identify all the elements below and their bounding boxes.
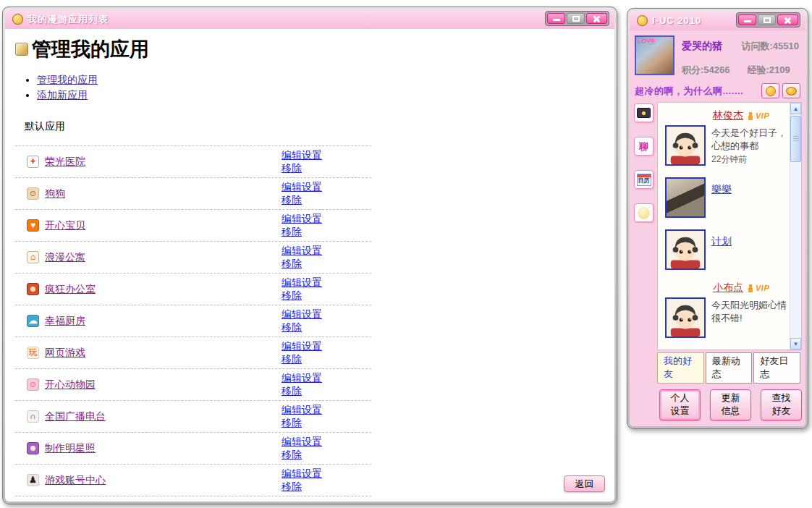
page-heading: 管理我的应用 [15,36,604,62]
maximize-button[interactable] [758,14,776,25]
back-button[interactable]: 返回 [564,475,605,492]
close-button[interactable] [586,13,607,24]
edit-settings-link[interactable]: 编辑设置 [282,180,322,193]
messenger-title: I-UC 2010 [652,15,701,26]
cartoon-face [667,127,704,164]
chat-icon: 聊 [639,142,648,151]
screen-icon-button[interactable] [634,103,654,122]
bottom-buttons: 个人设置更新信息查找好友 [659,389,802,420]
happy-baby-icon: ♥ [27,219,39,232]
chat-icon-button[interactable]: 聊 [634,137,654,156]
app-name-link[interactable]: 开心宝贝 [45,219,85,232]
edit-settings-link[interactable]: 编辑设置 [282,403,322,416]
button-更新信息[interactable]: 更新信息 [710,389,751,420]
edit-settings-link[interactable]: 编辑设置 [282,244,322,257]
edit-settings-link[interactable]: 编辑设置 [282,212,322,225]
chick-button[interactable] [761,83,779,98]
house-icon: ⌂ [27,251,39,263]
remove-link[interactable]: 移除 [282,257,322,270]
app-name-link[interactable]: 荣光医院 [45,156,85,169]
window-controls [545,11,609,26]
coin-button[interactable] [782,83,800,98]
sidebar-icon-column: 聊日历 [633,102,657,350]
friend-avatar[interactable] [665,229,706,270]
scroll-up-button[interactable]: ▲ [790,103,801,114]
app-row: ♟ 游戏账号中心 编辑设置 移除 [15,464,371,496]
add-app-link[interactable]: 添加新应用 [37,89,88,101]
tab-我的好友[interactable]: 我的好友 [657,352,704,384]
chick-small-icon [638,207,650,219]
minimize-icon [744,20,751,22]
remove-link[interactable]: 移除 [282,480,322,493]
friend-name-link[interactable]: 计划 [711,235,732,248]
button-个人设置[interactable]: 个人设置 [659,389,701,420]
scrollbar[interactable]: ▲ ▼ [790,103,801,350]
close-button[interactable] [777,14,798,25]
app-window-content: 管理我的应用 管理我的应用 添加新应用 默认应用 + 荣光医院 编辑设置 移除 … [5,29,614,501]
friend-name-link[interactable]: 小布点 [713,281,743,295]
kitchen-icon: ☁ [27,315,39,327]
remove-link[interactable]: 移除 [282,384,322,397]
app-name-link[interactable]: 开心动物园 [45,378,96,391]
vip-badge: VIP [747,284,769,292]
app-name-link[interactable]: 制作明星照 [45,442,96,455]
chick-small-icon-button[interactable] [634,203,654,222]
vip-person-icon [747,112,754,120]
profile-section: LOVE 爱哭的猪 访问数:45510 积分:54266 经验:2109 [635,35,800,77]
minimize-button[interactable] [738,14,756,25]
edit-settings-link[interactable]: 编辑设置 [282,371,322,384]
remove-link[interactable]: 移除 [282,193,322,206]
remove-link[interactable]: 移除 [282,289,322,302]
edit-settings-link[interactable]: 编辑设置 [282,467,322,480]
friend-avatar[interactable] [665,125,706,166]
scroll-thumb[interactable] [790,116,801,162]
tab-最新动态[interactable]: 最新动态 [706,352,753,384]
remove-link[interactable]: 移除 [282,161,322,174]
minimize-button[interactable] [547,13,565,24]
visits-stat: 访问数:45510 [742,40,800,53]
friend-name-link[interactable]: 樂樂 [711,183,732,196]
app-name-link[interactable]: 全国广播电台 [45,410,106,423]
friend-avatar[interactable] [665,297,706,338]
friend-entry: 林俊杰 VIP [658,103,789,171]
messenger-window: I-UC 2010 LOVE 爱哭的猪 访问数:45510 积分:54 [627,8,808,429]
chick-icon [637,15,648,26]
app-name-link[interactable]: 游戏账号中心 [45,474,106,487]
profile-info: 爱哭的猪 访问数:45510 积分:54266 经验:2109 [674,35,800,77]
scroll-down-button[interactable]: ▼ [790,338,801,350]
calendar-icon-button[interactable]: 日历 [634,170,654,189]
package-icon [15,43,28,56]
app-name-link[interactable]: 疯狂办公室 [45,283,96,296]
remove-link[interactable]: 移除 [282,416,322,429]
app-window-titlebar: 我的漫游应用列表 [5,9,614,29]
friend-avatar[interactable] [665,177,706,218]
app-row: 玩 网页游戏 编辑设置 移除 [15,336,371,368]
friend-avatar[interactable] [665,350,706,350]
maximize-button[interactable] [567,13,585,24]
profile-avatar[interactable]: LOVE [635,35,674,75]
app-row: ⌂ 浪漫公寓 编辑设置 移除 [15,241,371,273]
edit-settings-link[interactable]: 编辑设置 [282,148,322,161]
friend-name-link[interactable]: 林俊杰 [713,109,743,122]
app-name-link[interactable]: 浪漫公寓 [45,251,85,264]
friend-message-time: 22分钟前 [711,153,789,166]
remove-link[interactable]: 移除 [282,352,322,365]
app-name-link[interactable]: 网页游戏 [45,347,85,360]
friend-entry: 计划 VIP [658,223,789,275]
button-查找好友[interactable]: 查找好友 [761,389,802,420]
tab-好友日志[interactable]: 好友日志 [753,352,800,384]
edit-settings-link[interactable]: 编辑设置 [282,308,322,321]
app-name-link[interactable]: 幸福厨房 [45,315,85,328]
edit-settings-link[interactable]: 编辑设置 [282,339,322,352]
remove-link[interactable]: 移除 [282,225,322,238]
edit-settings-link[interactable]: 编辑设置 [282,435,322,448]
remove-link[interactable]: 移除 [282,448,322,461]
profile-name: 爱哭的猪 [682,40,722,53]
edit-settings-link[interactable]: 编辑设置 [282,276,322,289]
cartoon-face [667,231,704,268]
vip-label: VIP [756,111,769,120]
maximize-icon [764,17,771,23]
manage-apps-link[interactable]: 管理我的应用 [37,74,98,85]
remove-link[interactable]: 移除 [282,321,322,334]
app-name-link[interactable]: 狗狗 [45,187,65,200]
